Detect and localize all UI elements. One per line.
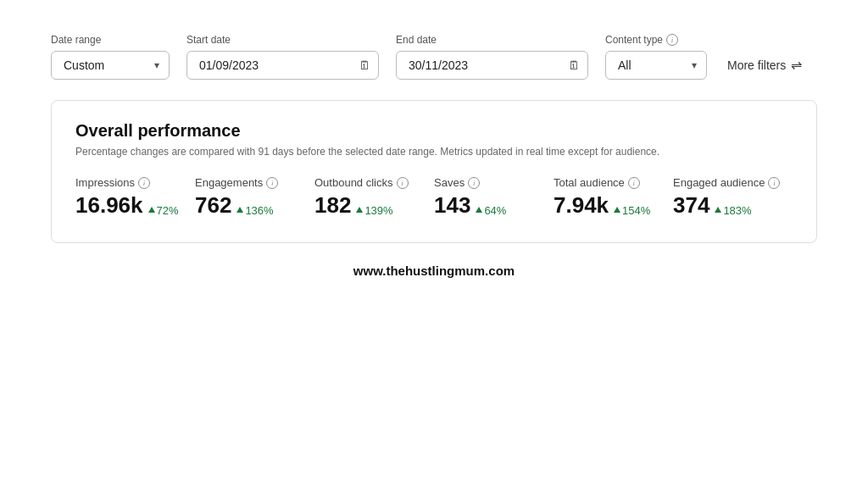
- more-filters-label: More filters: [727, 58, 786, 72]
- more-filters-button[interactable]: More filters ⇌: [724, 50, 805, 80]
- metric-value-row: 16.96k 72%: [75, 192, 195, 219]
- metric-value: 762: [195, 192, 231, 219]
- metric-item: Total audience i 7.94k 154%: [554, 176, 673, 219]
- metric-change: 136%: [236, 204, 273, 217]
- end-date-filter: End date 🗓: [396, 34, 588, 80]
- arrow-up-icon: [614, 207, 620, 213]
- metric-label-text: Outbound clicks: [314, 176, 393, 189]
- metric-change: 72%: [148, 204, 179, 217]
- metric-value: 143: [434, 192, 470, 219]
- metric-value-row: 182 139%: [314, 192, 434, 219]
- arrow-up-icon: [715, 207, 721, 213]
- metric-item: Engagements i 762 136%: [195, 176, 314, 219]
- date-range-label: Date range: [51, 34, 170, 46]
- arrow-up-icon: [356, 207, 363, 213]
- more-filters-icon: ⇌: [791, 57, 802, 73]
- date-range-select-wrapper: Custom Last 7 days Last 30 days Last 90 …: [51, 51, 170, 80]
- card-subtitle: Percentage changes are compared with 91 …: [75, 146, 793, 158]
- start-date-label: Start date: [186, 34, 379, 46]
- metric-item: Outbound clicks i 182 139%: [314, 176, 434, 219]
- metrics-row: Impressions i 16.96k 72% Engagements i 7…: [75, 176, 793, 219]
- metric-label-text: Engaged audience: [673, 176, 765, 189]
- content-type-filter: Content type i All Posts Stories Reels ▾: [605, 34, 707, 80]
- metric-change-value: 139%: [364, 204, 392, 217]
- metric-value: 374: [673, 192, 709, 219]
- metric-label: Engagements i: [195, 176, 314, 189]
- card-title: Overall performance: [75, 121, 793, 141]
- metric-item: Engaged audience i 374 183%: [673, 176, 793, 219]
- metric-label: Saves i: [434, 176, 554, 189]
- start-date-wrapper: 🗓: [186, 51, 379, 80]
- metric-change: 154%: [614, 204, 650, 217]
- metric-info-icon[interactable]: i: [138, 177, 150, 189]
- metric-change-value: 154%: [622, 204, 650, 217]
- metric-label: Engaged audience i: [673, 176, 793, 189]
- metric-value: 182: [314, 192, 351, 219]
- watermark: www.thehustlingmum.com: [51, 263, 817, 278]
- metric-label-text: Impressions: [75, 176, 135, 189]
- metric-value: 16.96k: [75, 192, 143, 219]
- metric-change: 64%: [476, 204, 506, 217]
- arrow-up-icon: [476, 207, 482, 213]
- content-type-select-wrapper: All Posts Stories Reels ▾: [605, 51, 707, 80]
- metric-item: Impressions i 16.96k 72%: [75, 176, 195, 219]
- end-date-input[interactable]: [396, 51, 588, 80]
- arrow-up-icon: [236, 207, 243, 213]
- filters-row: Date range Custom Last 7 days Last 30 da…: [51, 34, 817, 80]
- start-date-input[interactable]: [186, 51, 379, 80]
- metric-label-text: Engagements: [195, 176, 263, 189]
- content-type-info-icon[interactable]: i: [666, 34, 678, 46]
- end-date-label: End date: [396, 34, 588, 46]
- content-type-label: Content type: [605, 34, 663, 46]
- metric-change-value: 183%: [723, 204, 751, 217]
- metric-value: 7.94k: [554, 192, 609, 219]
- metric-value-row: 7.94k 154%: [554, 192, 673, 219]
- metric-value-row: 374 183%: [673, 192, 793, 219]
- metric-label: Outbound clicks i: [314, 176, 434, 189]
- metric-change: 183%: [715, 204, 751, 217]
- metric-value-row: 143 64%: [434, 192, 554, 219]
- metric-info-icon[interactable]: i: [397, 177, 409, 189]
- metric-info-icon[interactable]: i: [266, 177, 278, 189]
- metric-label-text: Total audience: [554, 176, 625, 189]
- date-range-filter: Date range Custom Last 7 days Last 30 da…: [51, 34, 170, 80]
- metric-label-text: Saves: [434, 176, 465, 189]
- metric-change-value: 136%: [245, 204, 273, 217]
- content-type-select[interactable]: All Posts Stories Reels: [605, 51, 707, 80]
- performance-card: Overall performance Percentage changes a…: [51, 100, 817, 243]
- metric-value-row: 762 136%: [195, 192, 314, 219]
- metric-info-icon[interactable]: i: [768, 177, 780, 189]
- date-range-select[interactable]: Custom Last 7 days Last 30 days Last 90 …: [51, 51, 170, 80]
- start-date-filter: Start date 🗓: [186, 34, 379, 80]
- metric-info-icon[interactable]: i: [628, 177, 640, 189]
- arrow-up-icon: [148, 207, 155, 213]
- end-date-wrapper: 🗓: [396, 51, 588, 80]
- metric-label: Impressions i: [75, 176, 195, 189]
- metric-item: Saves i 143 64%: [434, 176, 554, 219]
- metric-change-value: 72%: [157, 204, 179, 217]
- metric-label: Total audience i: [554, 176, 673, 189]
- metric-change-value: 64%: [484, 204, 506, 217]
- metric-change: 139%: [356, 204, 392, 217]
- metric-info-icon[interactable]: i: [468, 177, 480, 189]
